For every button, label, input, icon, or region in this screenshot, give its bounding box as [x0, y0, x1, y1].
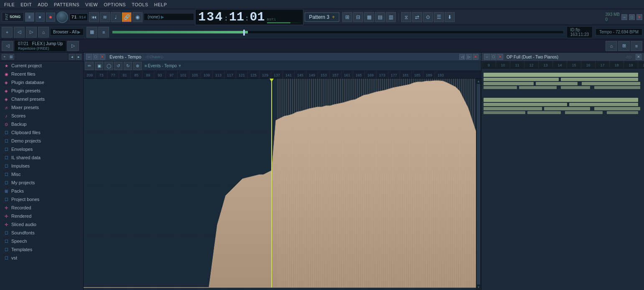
menu-item-edit[interactable]: EDIT	[18, 1, 34, 8]
bpm-colon1: :	[224, 15, 228, 23]
sidebar-item-demo-projects[interactable]: ☐Demo projects	[0, 137, 83, 145]
none-dropdown[interactable]: (none) ▶	[144, 13, 194, 20]
pause-btn[interactable]: ⏸	[25, 13, 34, 22]
pr-close-btn[interactable]: ✕	[497, 54, 503, 60]
sidebar-item-envelopes[interactable]: ☐Envelopes	[0, 145, 83, 153]
sidebar-item-clipboard-files[interactable]: ☐Clipboard files	[0, 128, 83, 137]
comp-icon[interactable]: ⊙	[423, 12, 433, 22]
ev-select-btn[interactable]: ▣	[95, 62, 103, 70]
sidebar-item-il-shared-data[interactable]: ☐IL shared data	[0, 153, 83, 162]
pattern-add-btn[interactable]: +	[332, 14, 335, 20]
menu-item-patterns[interactable]: PATTERNS	[51, 1, 82, 8]
sidebar-add-btn[interactable]: +	[2, 54, 8, 60]
pattern-selector[interactable]: Pattern 3 +	[305, 13, 340, 22]
sidebar-item-soundfonts[interactable]: ☐Soundfonts	[0, 229, 83, 237]
chat-icon[interactable]: ☰	[434, 12, 444, 22]
sidebar-view-btn-1[interactable]: ◂	[69, 54, 75, 60]
scroll-thumb[interactable]	[477, 84, 480, 285]
grid-icon[interactable]: ⊞	[342, 12, 352, 22]
wave-icon[interactable]: ≋	[100, 12, 110, 22]
scroll-bar-right[interactable]: ▲ ▼	[476, 79, 481, 290]
sidebar-item-impulses[interactable]: ☐Impulses	[0, 162, 83, 170]
maximize-btn[interactable]: □	[629, 14, 635, 20]
note-icon[interactable]: ♩	[111, 12, 121, 22]
pr-maximize-btn[interactable]: □	[491, 54, 496, 60]
stop-btn[interactable]: ■	[36, 13, 45, 22]
link-icon[interactable]: 🔗	[122, 12, 132, 22]
plugin-btn-2[interactable]: ⊞	[618, 41, 630, 51]
ev-scroll-left[interactable]: ◁	[459, 54, 465, 60]
ev-close-btn[interactable]: ✕	[99, 54, 105, 60]
table-icon[interactable]: ▦	[364, 12, 374, 22]
split-icon[interactable]: ⊟	[353, 12, 363, 22]
sidebar-item-sliced-audio[interactable]: ✛Sliced audio	[0, 220, 83, 229]
record-btn[interactable]: ⏺	[46, 13, 55, 22]
ev-minimize-btn[interactable]: –	[86, 54, 92, 60]
sidebar-item-mixer-presets[interactable]: ♬Mixer presets	[0, 103, 83, 112]
pr-minimize-btn[interactable]: –	[484, 54, 490, 60]
minimize-btn[interactable]: –	[621, 14, 627, 20]
sidebar-item-rendered[interactable]: ✛Rendered	[0, 212, 83, 220]
sidebar-item-plugin-database[interactable]: ◈Plugin database	[0, 78, 83, 86]
sidebar-item-project-bones[interactable]: ☐Project bones	[0, 195, 83, 204]
view-btn-1[interactable]: ▦	[87, 27, 97, 38]
menu-item-file[interactable]: FILE	[2, 1, 17, 8]
pr-close-x[interactable]: ✕	[636, 54, 641, 60]
rewind-icon[interactable]: ⏮	[89, 12, 99, 22]
list-icon[interactable]: ▤	[375, 12, 385, 22]
ev-maximize-btn[interactable]: □	[93, 54, 99, 60]
view-btn-2[interactable]: ≡	[98, 27, 109, 38]
ev-draw-btn[interactable]: ✏	[85, 62, 94, 70]
sidebar-item-my-projects[interactable]: ☐My projects	[0, 178, 83, 187]
ruler-mark-185: 185	[411, 71, 423, 78]
home-btn[interactable]: ⌂	[38, 27, 49, 38]
ev-eraser-btn[interactable]: ◯	[104, 62, 113, 70]
sidebar-item-backup[interactable]: ⊙Backup	[0, 120, 83, 128]
ev-close-x[interactable]: ✕	[473, 54, 479, 60]
menu-item-options[interactable]: OPTIONS	[101, 1, 128, 8]
pr-canvas[interactable]	[481, 69, 644, 290]
sidebar-item-packs[interactable]: ⊞Packs	[0, 187, 83, 195]
menu-item-tools[interactable]: TOOLS	[129, 1, 151, 8]
ev-redo-btn[interactable]: ↻	[124, 62, 132, 70]
plugin-next-btn[interactable]: ▷	[67, 41, 79, 51]
sidebar-item-channel-presets[interactable]: ◈Channel presets	[0, 95, 83, 103]
plugin-btn-1[interactable]: ⌂	[606, 41, 617, 51]
sidebar-view-btn-2[interactable]: ▸	[76, 54, 81, 60]
close-btn[interactable]: ✕	[636, 14, 642, 20]
dl-icon[interactable]: ⬇	[445, 12, 455, 22]
scroll-down-btn[interactable]: ▼	[477, 285, 480, 289]
plugin-btn-3[interactable]: ≡	[631, 41, 642, 51]
sidebar-item-speech[interactable]: ☐Speech	[0, 237, 83, 245]
add-btn[interactable]: +	[2, 27, 13, 38]
menu-item-view[interactable]: VIEW	[83, 1, 100, 8]
sidebar-item-current-project[interactable]: ★Current project	[0, 61, 83, 70]
ev-zoom-btn[interactable]: ⊕	[133, 62, 142, 70]
mixer-icon[interactable]: ▥	[386, 12, 396, 22]
eq-icon[interactable]: ⇄	[412, 12, 422, 22]
rendered-icon: ✛	[3, 213, 9, 219]
sound-icon[interactable]: ◉	[132, 12, 143, 22]
song-pattern-toggle[interactable]: PAT SONG	[2, 12, 24, 21]
plugin-prev-btn[interactable]: ◁	[2, 41, 13, 51]
menu-item-add[interactable]: ADD	[35, 1, 51, 8]
sidebar-folder-btn[interactable]: ⊞	[8, 54, 14, 60]
fx-icon[interactable]: ⧖	[401, 12, 411, 22]
sidebar-item-vst[interactable]: ☐vst	[0, 254, 83, 262]
tempo-knob[interactable]	[56, 11, 68, 23]
transport-icons: ⏮ ≋ ♩ 🔗 ◉	[89, 12, 143, 22]
sidebar-item-scores[interactable]: ♪Scores	[0, 112, 83, 120]
events-canvas[interactable]: ▲ ▼	[84, 79, 481, 290]
sidebar-item-misc[interactable]: ☐Misc	[0, 170, 83, 178]
sidebar-item-templates[interactable]: ☐Templates	[0, 245, 83, 254]
ev-undo-btn[interactable]: ↺	[114, 62, 122, 70]
scroll-up-btn[interactable]: ▲	[477, 79, 480, 83]
master-volume-bar[interactable]	[112, 31, 563, 34]
sidebar-item-plugin-presets[interactable]: ◈Plugin presets	[0, 86, 83, 95]
forward-btn[interactable]: ▷	[26, 27, 37, 38]
ev-scroll-right[interactable]: ▷	[466, 54, 472, 60]
sidebar-item-recorded[interactable]: ✛Recorded	[0, 204, 83, 212]
menu-item-help[interactable]: HELP	[152, 1, 170, 8]
sidebar-item-recent-files[interactable]: ◉Recent files	[0, 70, 83, 78]
back-btn[interactable]: ◁	[14, 27, 25, 38]
